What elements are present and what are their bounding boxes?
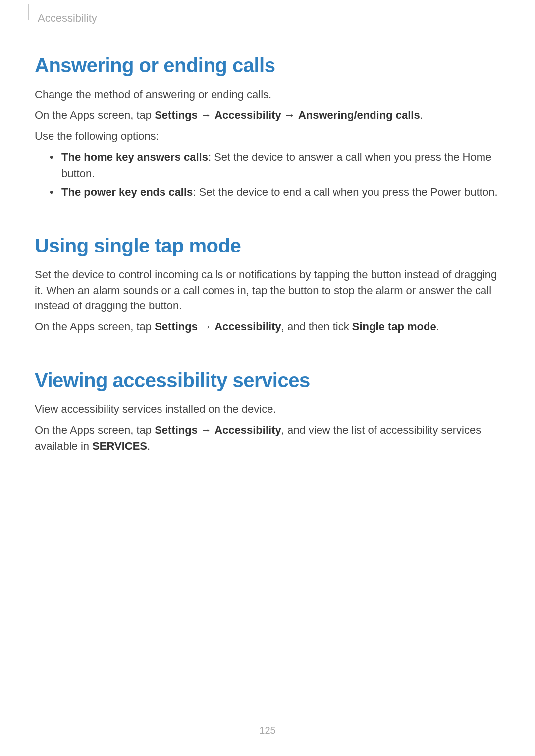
section-answering-ending-calls: Answering or ending calls Change the met… <box>35 54 500 200</box>
list-item: The home key answers calls: Set the devi… <box>50 149 500 182</box>
arrow-icon: → <box>198 109 214 121</box>
path-segment: Accessibility <box>214 320 281 333</box>
page-number: 125 <box>0 725 535 736</box>
arrow-icon: → <box>198 424 214 436</box>
section-title: Using single tap mode <box>35 235 500 257</box>
list-item: The power key ends calls: Set the device… <box>50 184 500 200</box>
text-run: . <box>420 109 423 121</box>
path-segment: Answering/ending calls <box>298 109 420 121</box>
options-list: The home key answers calls: Set the devi… <box>50 149 500 200</box>
path-segment: Single tap mode <box>352 320 436 333</box>
path-segment: Settings <box>155 109 198 121</box>
body-paragraph: Change the method of answering or ending… <box>35 87 500 102</box>
text-run: On the Apps screen, tap <box>35 424 155 436</box>
text-run: . <box>436 320 439 333</box>
section-title: Answering or ending calls <box>35 54 500 77</box>
path-segment: Settings <box>155 424 198 436</box>
body-paragraph: On the Apps screen, tap Settings → Acces… <box>35 319 500 335</box>
body-paragraph: On the Apps screen, tap Settings → Acces… <box>35 422 500 454</box>
section-single-tap-mode: Using single tap mode Set the device to … <box>35 235 500 335</box>
option-name: The home key answers calls <box>61 151 208 163</box>
body-paragraph: Use the following options: <box>35 128 500 144</box>
body-paragraph: Set the device to control incoming calls… <box>35 267 500 314</box>
option-name: The power key ends calls <box>61 186 193 198</box>
text-run: . <box>147 440 150 452</box>
text-run: On the Apps screen, tap <box>35 320 155 333</box>
text-run: On the Apps screen, tap <box>35 109 155 121</box>
option-description: : Set the device to end a call when you … <box>193 186 497 198</box>
breadcrumb: Accessibility <box>38 12 500 25</box>
path-segment: SERVICES <box>92 440 147 452</box>
path-segment: Accessibility <box>214 109 281 121</box>
arrow-icon: → <box>281 109 298 121</box>
body-paragraph: On the Apps screen, tap Settings → Acces… <box>35 107 500 123</box>
section-viewing-services: Viewing accessibility services View acce… <box>35 369 500 454</box>
path-segment: Settings <box>155 320 198 333</box>
body-paragraph: View accessibility services installed on… <box>35 402 500 417</box>
path-segment: Accessibility <box>214 424 281 436</box>
section-title: Viewing accessibility services <box>35 369 500 392</box>
header-rule <box>28 4 29 20</box>
document-page: Accessibility Answering or ending calls … <box>0 0 535 756</box>
text-run: , and then tick <box>281 320 352 333</box>
arrow-icon: → <box>198 320 214 333</box>
